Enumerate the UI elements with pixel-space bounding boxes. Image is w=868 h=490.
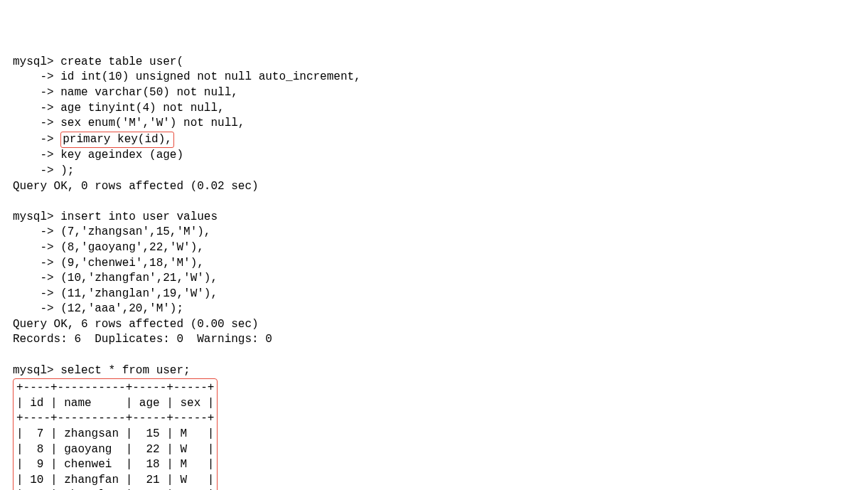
create-line: -> age tinyint(4) not null, [13,101,855,117]
insert-stmt: insert into user values [60,211,218,223]
insert-row: (7,'zhangsan',15,'M'), [60,225,210,238]
insert-row: (12,'aaa',20,'M'); [60,302,183,315]
insert-line: -> (8,'gaoyang',22,'W'), [13,240,855,256]
result-table-highlight: +----+----------+-----+-----+| id | name… [13,378,218,490]
table-border: +----+----------+-----+-----+ [16,411,214,427]
cont-prompt: -> [13,102,60,114]
cont-prompt: -> [13,117,60,129]
table-row: | 10 | zhangfan | 21 | W | [16,473,214,489]
insert-stmt-line: mysql> insert into user values [13,210,855,225]
cont-prompt: -> [13,302,60,315]
insert-line: -> (12,'aaa',20,'M'); [13,302,855,317]
col-def: age tinyint(4) not null, [60,102,224,114]
insert-row: (11,'zhanglan',19,'W'), [60,287,218,300]
primary-key-highlight: primary key(id), [60,132,174,149]
mysql-prompt: mysql> [13,364,60,377]
create-line: -> id int(10) unsigned not null auto_inc… [13,70,855,85]
mysql-prompt: mysql> [13,55,60,68]
cont-prompt: -> [13,225,60,238]
insert-row: (10,'zhangfan',21,'W'), [60,272,218,284]
create-stmt-line: mysql> create table user( [13,55,855,70]
cont-prompt: -> [13,86,60,99]
cont-prompt: -> [13,241,60,254]
insert-line: -> (11,'zhanglan',19,'W'), [13,287,855,302]
table-header: | id | name | age | sex | [16,396,214,412]
select-stmt-line: mysql> select * from user; [13,363,855,379]
mysql-prompt: mysql> [13,211,60,223]
cont-prompt: -> [13,257,60,270]
cont-prompt: -> [13,272,60,284]
create-stmt: create table user( [60,55,183,68]
insert-line: -> (7,'zhangsan',15,'M'), [13,225,855,240]
table-row: | 8 | gaoyang | 22 | W | [16,442,214,458]
terminal-output: mysql> create table user( -> id int(10) … [13,55,855,490]
table-row: | 9 | chenwei | 18 | M | [16,457,214,473]
key-def: key ageindex (age) [60,149,183,161]
col-def: id int(10) unsigned not null auto_increm… [60,70,360,83]
insert-row: (8,'gaoyang',22,'W'), [60,241,204,254]
cont-prompt: -> [13,287,60,300]
create-line: -> name varchar(50) not null, [13,85,855,101]
close-paren: ); [60,164,74,177]
cont-prompt: -> [13,164,60,177]
create-pk-line: -> primary key(id), [13,132,855,149]
col-def: name varchar(50) not null, [60,86,238,99]
insert-row: (9,'chenwei',18,'M'), [60,257,204,270]
create-result: Query OK, 0 rows affected (0.02 sec) [13,179,855,195]
select-stmt: select * from user; [60,364,190,377]
insert-result-1: Query OK, 6 rows affected (0.00 sec) [13,317,855,333]
create-line: -> sex enum('M','W') not null, [13,116,855,132]
insert-result-2: Records: 6 Duplicates: 0 Warnings: 0 [13,332,855,348]
col-def: sex enum('M','W') not null, [60,117,245,129]
cont-prompt: -> [13,149,60,161]
cont-prompt: -> [13,70,60,83]
create-line: -> key ageindex (age) [13,148,855,164]
insert-line: -> (9,'chenwei',18,'M'), [13,256,855,272]
insert-line: -> (10,'zhangfan',21,'W'), [13,271,855,287]
create-line: -> ); [13,164,855,179]
cont-prompt: -> [13,133,60,146]
table-row: | 7 | zhangsan | 15 | M | [16,427,214,442]
table-border: +----+----------+-----+-----+ [16,380,214,396]
